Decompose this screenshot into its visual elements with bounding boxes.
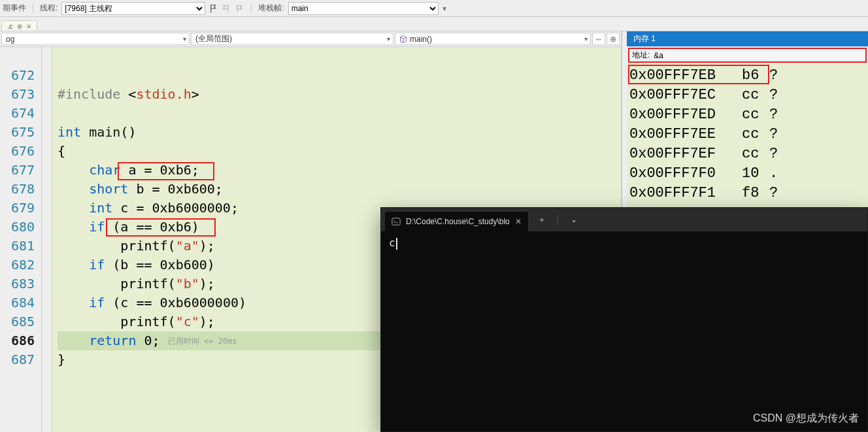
document-tabs: .c ⊕ ✕	[0, 17, 868, 31]
thread-select[interactable]: [7968] 主线程	[61, 2, 205, 15]
tab-dropdown-button[interactable]: ⌄	[565, 215, 582, 224]
breakpoint-slot[interactable]	[42, 237, 52, 256]
breakpoint-slot[interactable]	[42, 312, 52, 331]
memory-panel-title: 内存 1	[627, 31, 868, 46]
scope-dropdown[interactable]: og ▾	[1, 33, 190, 45]
breakpoint-slot[interactable]	[42, 66, 52, 85]
flag-prev-icon	[222, 4, 231, 13]
chevron-down-icon: ▾	[183, 35, 186, 42]
terminal-titlebar[interactable]: D:\Code\C.house\C_study\blo ✕ ＋ │ ⌄	[381, 208, 867, 231]
split-editor-button[interactable]: ↔	[592, 33, 605, 45]
range-dropdown-label: (全局范围)	[195, 33, 232, 44]
line-number: 672	[0, 66, 35, 85]
terminal-output: c	[389, 237, 395, 249]
line-number: 677	[0, 161, 35, 180]
line-number: 686	[0, 331, 35, 350]
breakpoint-slot[interactable]	[42, 274, 52, 293]
breakpoint-slot[interactable]	[42, 85, 52, 104]
code-line[interactable]	[58, 104, 621, 123]
terminal-tab[interactable]: D:\Code\C.house\C_study\blo ✕	[385, 212, 528, 231]
terminal-window[interactable]: D:\Code\C.house\C_study\blo ✕ ＋ │ ⌄ c	[380, 207, 868, 432]
memory-row[interactable]: 0x00FFF7EDcc?	[629, 105, 865, 124]
line-number: 675	[0, 123, 35, 142]
terminal-icon	[392, 217, 401, 226]
separator	[33, 3, 33, 14]
breakpoint-slot[interactable]	[42, 293, 52, 312]
breakpoint-slot[interactable]	[42, 161, 52, 180]
terminal-body[interactable]: c	[381, 231, 867, 431]
line-number: 681	[0, 237, 35, 256]
memory-address: 0x00FFF7F0	[629, 165, 742, 182]
terminal-tab-title: D:\Code\C.house\C_study\blo	[406, 217, 510, 226]
stackframe-select[interactable]: main	[288, 2, 439, 15]
breakpoint-slot[interactable]	[42, 218, 52, 237]
code-line[interactable]	[58, 66, 621, 85]
toolbar-overflow-icon[interactable]: ▾	[442, 4, 446, 13]
function-dropdown-label: main()	[410, 35, 432, 44]
memory-address: 0x00FFF7EF	[629, 146, 742, 162]
function-dropdown[interactable]: main() ▾	[395, 33, 591, 45]
memory-row[interactable]: 0x00FFF7EFcc?	[629, 144, 865, 163]
flag-next-icon	[235, 4, 244, 13]
watermark: CSDN @想成为传火者	[753, 412, 859, 425]
close-icon[interactable]: ✕	[515, 217, 522, 226]
flag-icon[interactable]	[209, 4, 218, 13]
memory-address-input[interactable]	[654, 51, 863, 60]
close-icon[interactable]: ✕	[26, 23, 31, 30]
code-line[interactable]: char a = 0xb6;	[58, 161, 621, 180]
events-label: 期事件	[3, 3, 26, 14]
line-number: 673	[0, 85, 35, 104]
line-number: 676	[0, 142, 35, 161]
memory-byte: cc	[742, 107, 769, 123]
memory-address: 0x00FFF7EC	[629, 87, 742, 103]
memory-address: 0x00FFF7EE	[629, 126, 742, 142]
memory-byte: 10	[742, 165, 769, 182]
memory-byte: b6	[742, 67, 769, 84]
breakpoint-slot[interactable]	[42, 142, 52, 161]
memory-char: ?	[769, 87, 785, 103]
code-line[interactable]: #include <stdio.h>	[58, 85, 621, 104]
chevron-down-icon: ▾	[584, 35, 588, 42]
file-tab[interactable]: .c ⊕ ✕	[1, 20, 37, 31]
memory-row[interactable]: 0x00FFF7EEcc?	[629, 124, 865, 144]
memory-byte: cc	[742, 126, 769, 142]
range-dropdown[interactable]: (全局范围) ▾	[191, 33, 393, 45]
memory-row[interactable]: 0x00FFF7F1f8?	[629, 183, 865, 203]
breakpoint-slot[interactable]	[42, 104, 52, 123]
memory-row[interactable]: 0x00FFF7F010.	[629, 163, 865, 183]
memory-address: 0x00FFF7F1	[629, 185, 742, 201]
breakpoint-slot[interactable]	[42, 180, 52, 199]
more-button[interactable]: ⊕	[607, 33, 620, 45]
breakpoint-margin[interactable]	[42, 47, 52, 432]
breakpoint-slot[interactable]	[42, 123, 52, 142]
editor-context-bar: og ▾ (全局范围) ▾ main() ▾ ↔ ⊕	[0, 31, 621, 47]
memory-char: ?	[769, 67, 785, 84]
line-number: 685	[0, 312, 35, 331]
breakpoint-slot[interactable]	[42, 256, 52, 274]
code-line[interactable]: short b = 0xb600;	[58, 180, 621, 199]
breakpoint-slot[interactable]	[42, 331, 52, 350]
file-tab-name: .c	[7, 22, 13, 30]
memory-address-row: 地址:	[628, 48, 867, 63]
line-number: 674	[0, 104, 35, 123]
memory-row[interactable]: 0x00FFF7EBb6?	[629, 65, 865, 85]
code-line[interactable]: int main()	[58, 123, 621, 142]
line-number: 687	[0, 350, 35, 369]
breakpoint-slot[interactable]	[42, 47, 52, 66]
code-line[interactable]: {	[58, 142, 621, 161]
breakpoint-slot[interactable]	[42, 350, 52, 369]
memory-byte: f8	[742, 185, 769, 201]
pin-icon[interactable]: ⊕	[17, 23, 22, 30]
memory-char: ?	[769, 126, 785, 142]
separator	[251, 3, 252, 14]
breakpoint-slot[interactable]	[42, 199, 52, 218]
new-tab-button[interactable]: ＋	[533, 214, 550, 225]
memory-row[interactable]: 0x00FFF7ECcc?	[629, 85, 865, 105]
terminal-cursor	[396, 238, 397, 250]
stackframe-label: 堆栈帧:	[258, 3, 284, 14]
memory-byte: cc	[742, 146, 769, 162]
thread-label: 线程:	[40, 3, 58, 14]
code-line[interactable]	[58, 47, 621, 66]
svg-rect-0	[392, 218, 400, 225]
line-number: 679	[0, 199, 35, 218]
